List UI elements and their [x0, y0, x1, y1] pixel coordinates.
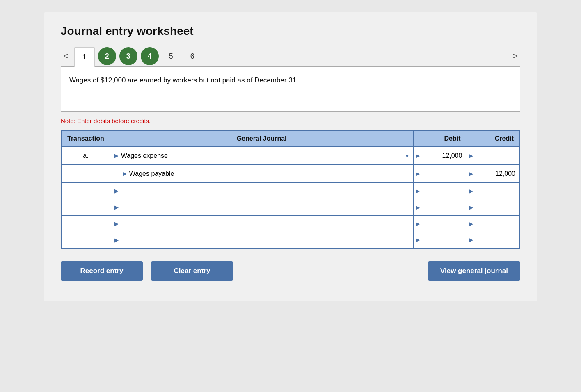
credit-play-icon: ▶	[469, 237, 473, 243]
view-general-journal-button[interactable]: View general journal	[428, 261, 520, 281]
tab-2[interactable]: 2	[98, 47, 116, 65]
tab-4[interactable]: 4	[141, 47, 159, 65]
transaction-cell	[61, 165, 110, 183]
credit-cell[interactable]: ▶	[467, 147, 520, 165]
play-icon: ▶	[114, 221, 119, 227]
header-debit: Debit	[413, 130, 467, 147]
journal-entry-text: Wages payable	[129, 170, 174, 178]
header-general-journal: General Journal	[110, 130, 413, 147]
debit-play-icon: ▶	[416, 237, 420, 243]
header-credit: Credit	[467, 130, 520, 147]
journal-cell[interactable]: ▶ Wages expense ▼	[110, 147, 413, 165]
table-row: ▶ ▶ ▶	[61, 216, 520, 232]
credit-play-icon: ▶	[469, 221, 473, 227]
credit-play-icon: ▶	[469, 205, 473, 210]
debit-cell[interactable]: ▶ 12,000	[413, 147, 467, 165]
debit-cell[interactable]: ▶	[413, 216, 467, 232]
credit-play-icon: ▶	[469, 188, 473, 194]
transaction-cell: a.	[61, 147, 110, 165]
table-row: a. ▶ Wages expense ▼ ▶ 12,000 ▶	[61, 147, 520, 165]
description-box: Wages of $12,000 are earned by workers b…	[61, 66, 520, 112]
debit-cell[interactable]: ▶	[413, 232, 467, 248]
tab-5[interactable]: 5	[162, 47, 180, 65]
credit-value: 12,000	[495, 170, 515, 177]
note-text: Note: Enter debits before credits.	[61, 117, 520, 124]
credit-play-icon: ▶	[469, 171, 473, 177]
button-row: Record entry Clear entry View general jo…	[61, 261, 520, 281]
credit-cell[interactable]: ▶	[467, 199, 520, 216]
transaction-cell	[61, 183, 110, 199]
play-icon-indent: ▶	[123, 171, 127, 177]
tab-6[interactable]: 6	[183, 47, 201, 65]
play-icon: ▶	[114, 188, 119, 194]
journal-cell[interactable]: ▶	[110, 216, 413, 232]
debit-cell[interactable]: ▶	[413, 183, 467, 199]
credit-cell[interactable]: ▶	[467, 183, 520, 199]
journal-cell[interactable]: ▶	[110, 183, 413, 199]
page-title: Journal entry worksheet	[61, 25, 520, 38]
table-row: ▶ ▶ ▶	[61, 199, 520, 216]
description-text: Wages of $12,000 are earned by workers b…	[69, 76, 298, 84]
table-row: ▶ ▶ ▶	[61, 183, 520, 199]
debit-cell[interactable]: ▶	[413, 199, 467, 216]
next-arrow[interactable]: >	[510, 51, 520, 62]
debit-play-icon: ▶	[416, 153, 420, 159]
journal-cell[interactable]: ▶	[110, 232, 413, 248]
debit-play-icon: ▶	[416, 171, 420, 177]
play-icon: ▶	[114, 153, 119, 159]
prev-arrow[interactable]: <	[61, 51, 71, 62]
tab-3[interactable]: 3	[119, 47, 137, 65]
debit-play-icon: ▶	[416, 205, 420, 210]
credit-cell[interactable]: ▶	[467, 216, 520, 232]
credit-cell[interactable]: ▶ 12,000	[467, 165, 520, 183]
dropdown-arrow-icon[interactable]: ▼	[405, 153, 410, 159]
transaction-cell	[61, 216, 110, 232]
main-container: Journal entry worksheet < 1 2 3 4 5 6 > …	[44, 12, 537, 301]
debit-play-icon: ▶	[416, 188, 420, 194]
play-icon: ▶	[114, 204, 119, 210]
debit-value: 12,000	[442, 152, 462, 159]
play-icon: ▶	[114, 237, 119, 243]
journal-cell[interactable]: ▶ Wages payable	[110, 165, 413, 183]
header-transaction: Transaction	[61, 130, 110, 147]
table-row: ▶ Wages payable ▶ ▶ 12,000	[61, 165, 520, 183]
journal-entry-text: Wages expense	[121, 152, 168, 160]
debit-cell[interactable]: ▶	[413, 165, 467, 183]
table-row: ▶ ▶ ▶	[61, 232, 520, 248]
tab-1[interactable]: 1	[74, 47, 95, 67]
credit-cell[interactable]: ▶	[467, 232, 520, 248]
record-entry-button[interactable]: Record entry	[61, 261, 143, 281]
journal-table: Transaction General Journal Debit Credit…	[61, 130, 520, 249]
transaction-cell	[61, 199, 110, 216]
journal-cell[interactable]: ▶	[110, 199, 413, 216]
tab-navigation: < 1 2 3 4 5 6 >	[61, 46, 520, 66]
credit-play-icon: ▶	[469, 153, 473, 159]
debit-play-icon: ▶	[416, 221, 420, 227]
clear-entry-button[interactable]: Clear entry	[151, 261, 233, 281]
transaction-cell	[61, 232, 110, 248]
